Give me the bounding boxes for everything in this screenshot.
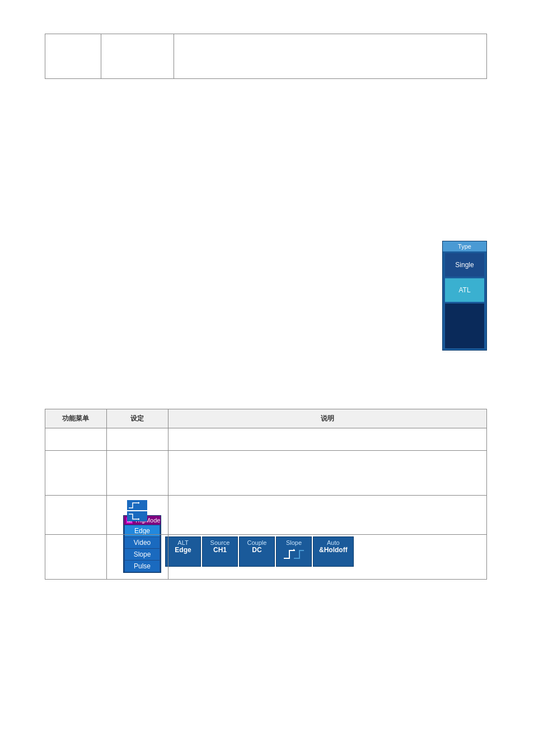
bottom-table-row3-col3	[168, 496, 486, 535]
top-table-col2	[101, 34, 174, 79]
bottom-table-row1-col1	[45, 428, 107, 451]
rising-slope-icon	[127, 500, 147, 510]
right-panel-title: Type	[443, 241, 486, 251]
bottom-table-row2-col1	[45, 451, 107, 496]
table-row	[45, 535, 487, 580]
bottom-table-row1-col3	[168, 428, 486, 451]
svg-rect-3	[127, 511, 147, 521]
table-row	[45, 496, 487, 535]
bottom-table-row2-col3	[168, 451, 486, 496]
bottom-table-header-col2: 设定	[106, 409, 168, 428]
top-table-col1	[45, 34, 101, 79]
bottom-table-row4-col3	[168, 535, 486, 580]
bottom-table-header-col1: 功能菜单	[45, 409, 107, 428]
bottom-table-row4-col1	[45, 535, 107, 580]
bottom-table-row4-col2	[106, 535, 168, 580]
right-panel: Type Single ATL	[442, 241, 487, 351]
right-panel-btn-atl[interactable]: ATL	[445, 278, 484, 302]
bottom-table: 功能菜单 设定 说明	[45, 409, 487, 580]
right-panel-dark-area	[445, 304, 484, 348]
bottom-table-row3-col2	[106, 496, 168, 535]
slope-icons-container	[114, 500, 161, 521]
bottom-table-row3-col1	[45, 496, 107, 535]
bottom-table-row1-col2	[106, 428, 168, 451]
top-table-col3	[174, 34, 486, 79]
bottom-table-row2-col2	[106, 451, 168, 496]
svg-rect-1	[127, 500, 147, 510]
bottom-table-header-col3: 说明	[168, 409, 486, 428]
table-row	[45, 451, 487, 496]
right-panel-btn-single[interactable]: Single	[445, 253, 484, 277]
table-row	[45, 428, 487, 451]
falling-slope-icon	[127, 511, 147, 521]
top-table	[45, 34, 487, 79]
